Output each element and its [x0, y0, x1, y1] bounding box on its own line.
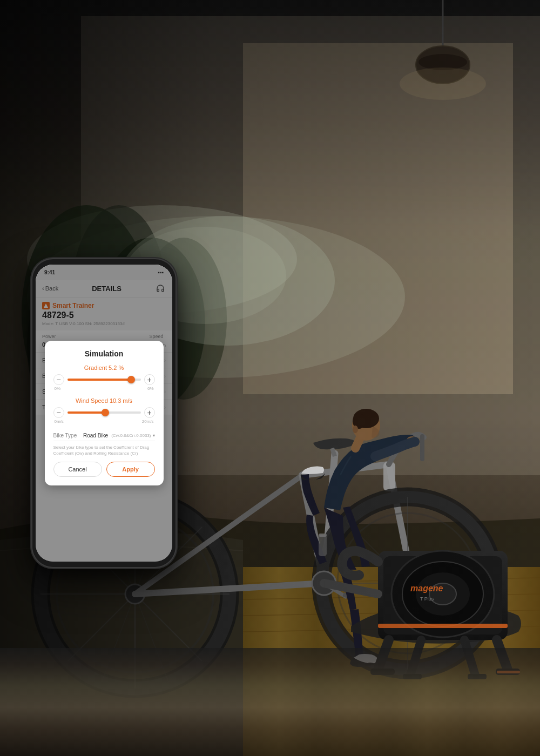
gradient-decrease-btn[interactable]: −: [53, 374, 64, 385]
modal-overlay: Simulation Gradient 5.2 % − +: [36, 265, 172, 562]
cancel-button[interactable]: Cancel: [53, 462, 102, 477]
coefficient-description: Select your bike type to set the Coeffic…: [53, 444, 155, 456]
gradient-range: 0% 6%: [53, 386, 155, 391]
wind-thumb: [102, 409, 109, 416]
wind-slider-row: − +: [53, 407, 155, 418]
wind-range: 0m/s 20m/s: [53, 419, 155, 424]
bike-type-label: Bike Type: [53, 433, 77, 438]
bike-type-value: Road Bike: [83, 433, 108, 438]
wind-decrease-btn[interactable]: −: [53, 407, 64, 418]
modal-buttons: Cancel Apply: [53, 462, 155, 477]
gradient-track[interactable]: [68, 379, 141, 381]
simulation-modal: Simulation Gradient 5.2 % − +: [45, 341, 164, 485]
bike-type-arrow-icon: ▾: [153, 433, 155, 438]
bike-type-select[interactable]: Road Bike (Cw:0.6&Crr:0.0033) ▾: [83, 433, 155, 438]
phone-screen: 9:41 ▪▪▪ ‹ Back DETAILS: [36, 265, 172, 562]
gradient-increase-btn[interactable]: +: [144, 374, 155, 385]
gradient-max: 6%: [147, 386, 154, 391]
apply-button[interactable]: Apply: [106, 462, 155, 477]
gradient-section: Gradient 5.2 % − + 0% 6%: [53, 364, 155, 391]
phone-shell: 9:41 ▪▪▪ ‹ Back DETAILS: [32, 259, 176, 567]
wind-min: 0m/s: [55, 419, 64, 424]
gradient-min: 0%: [55, 386, 61, 391]
gradient-thumb: [127, 376, 135, 383]
wind-speed-section: Wind Speed 10.3 m/s − + 0m/s 20m/s: [53, 397, 155, 424]
gradient-label: Gradient 5.2 %: [53, 364, 155, 371]
modal-title: Simulation: [53, 349, 155, 358]
wind-track[interactable]: [68, 411, 141, 414]
svg-rect-81: [0, 648, 540, 756]
gradient-slider-row: − +: [53, 374, 155, 385]
wind-fill: [68, 411, 106, 414]
gradient-fill: [68, 379, 131, 381]
wind-max: 20m/s: [142, 419, 154, 424]
wind-increase-btn[interactable]: +: [144, 407, 155, 418]
wind-speed-label: Wind Speed 10.3 m/s: [53, 397, 155, 404]
bike-type-subvalue: (Cw:0.6&Crr:0.0033): [111, 433, 151, 438]
bike-type-row: Bike Type Road Bike (Cw:0.6&Crr:0.0033) …: [53, 430, 155, 441]
phone-container: 9:41 ▪▪▪ ‹ Back DETAILS: [32, 259, 176, 567]
